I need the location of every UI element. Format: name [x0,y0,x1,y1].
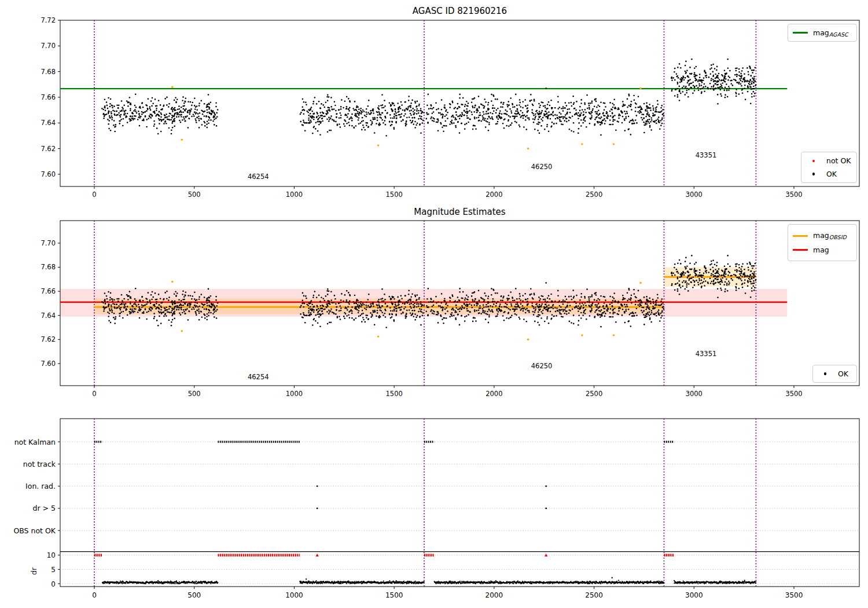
flag-category-label: not track [23,460,56,468]
y-tick-label: 7.62 [41,335,56,343]
notok-dot-swatch [806,160,821,162]
chart1-y-ticks: 7.607.627.647.667.687.707.72 [41,16,60,178]
x-tick-label: 3500 [785,191,802,199]
x-tick-label: 500 [188,191,201,199]
agasc-line-swatch [793,32,808,34]
flag-category-label: OBS not OK [13,526,56,535]
flag-category-label: dr > 5 [33,504,56,512]
x-tick-label: 3500 [785,591,803,599]
x-tick-label: 500 [188,390,201,398]
chart3-axes [60,419,859,587]
y-tick-label: 7.70 [41,42,56,50]
x-tick-label: 1500 [386,390,403,398]
legend-label-mag-agasc: magAGASC [813,28,848,38]
y-tick-label: 7.72 [41,16,56,24]
x-tick-label: 1500 [385,591,403,599]
legend-row-ok: OK [806,167,852,181]
chart1-x-ticks: 0500100015002000250030003500 [92,186,802,199]
charts-svg: 4625446250433510500100015002000250030003… [0,0,868,608]
x-tick-label: 1500 [386,191,403,199]
y-tick-label: 7.70 [41,239,56,247]
legend-mag-agasc: magAGASC [788,24,857,42]
x-tick-label: 1000 [285,591,303,599]
y-tick-label: 7.60 [41,170,56,178]
x-tick-label: 3000 [686,390,703,398]
x-tick-label: 500 [187,591,201,599]
flag-category-label: Ion. rad. [25,482,56,490]
chart2-magnitude-estimates [60,221,859,386]
ok-dot-swatch [806,173,821,175]
y-tick-label: 7.60 [41,360,56,368]
x-tick-label: 2500 [585,591,603,599]
dr-spike-point [306,578,307,580]
legend-label-mag: mag [813,246,829,254]
figure: 4625446250433510500100015002000250030003… [0,0,868,608]
dr-tick-label: 0 [51,580,56,588]
chart1-axes [60,20,859,186]
legend-row-notok: not OK [806,154,852,167]
legend-label-notok: not OK [826,156,851,165]
chart3-dr-ticks: 0510dr [30,551,60,588]
dr-axis-label: dr [30,567,38,575]
chart2-y-ticks: 7.607.627.647.667.687.70 [41,239,60,368]
legend-row-mag: mag [793,243,852,257]
y-tick-label: 7.68 [41,68,56,76]
ok-dot [812,173,815,175]
x-tick-label: 0 [92,191,96,199]
y-tick-label: 7.64 [41,119,56,127]
legend-ok-mid: OK [812,365,857,383]
mag-line-swatch [793,249,808,251]
x-tick-label: 0 [92,390,96,398]
x-tick-label: 3500 [785,390,802,398]
obsid-label: 46250 [531,362,553,370]
ok-mid-dot-swatch [818,372,833,375]
obsid-label: 46254 [248,373,269,381]
notok-dot [812,160,815,162]
x-tick-label: 2000 [486,591,503,599]
legend-row-mag-agasc: magAGASC [793,26,852,39]
chart3-flags-dr [60,419,859,587]
y-tick-label: 7.66 [41,287,56,295]
dr-tick-label: 5 [51,566,56,574]
obsid-label: 43351 [696,350,717,358]
obsid-label: 46254 [248,173,269,181]
chart2-x-ticks: 0500100015002000250030003500 [92,386,802,398]
obsid-label: 46250 [531,163,553,171]
x-tick-label: 2000 [486,390,502,398]
y-tick-label: 7.66 [41,93,56,101]
legend-label-mag-obsid: magOBSID [813,231,847,240]
dr-tick-label: 10 [47,551,56,559]
chart1-mag-agasc [60,20,859,186]
legend-mag-obsid: magOBSID mag [788,224,857,261]
y-tick-label: 7.64 [41,312,56,320]
x-tick-label: 3000 [685,591,703,599]
obsid-label: 43351 [696,151,717,159]
x-tick-label: 1000 [286,390,303,398]
y-tick-label: 7.68 [41,263,56,271]
legend-ok-notok: not OK OK [801,152,857,183]
x-tick-label: 2000 [486,191,502,199]
dr-spike-point [611,577,612,578]
x-tick-label: 2500 [586,191,602,199]
y-tick-label: 7.62 [41,145,56,153]
chart1-title: AGASC ID 821960216 [60,6,859,16]
obsid-line-swatch [793,235,808,237]
chart3-category-labels: not Kalmannot trackIon. rad.dr > 5OBS no… [13,438,60,535]
ok-mid-dot [824,372,827,375]
chart3-x-ticks: 0500100015002000250030003500 [92,587,803,599]
flagged-black-point [545,282,547,284]
x-tick-label: 2500 [586,390,602,398]
flagged-black-point [545,87,547,89]
chart2-title: Magnitude Estimates [60,207,859,217]
x-tick-label: 3000 [686,191,703,199]
legend-label-ok-mid: OK [838,369,848,378]
legend-row-ok-mid: OK [818,367,852,380]
x-tick-label: 0 [92,591,97,599]
x-tick-label: 1000 [286,191,303,199]
flag-category-label: not Kalman [14,438,56,446]
legend-label-ok: OK [826,170,837,178]
legend-row-mag-obsid: magOBSID [793,229,852,243]
